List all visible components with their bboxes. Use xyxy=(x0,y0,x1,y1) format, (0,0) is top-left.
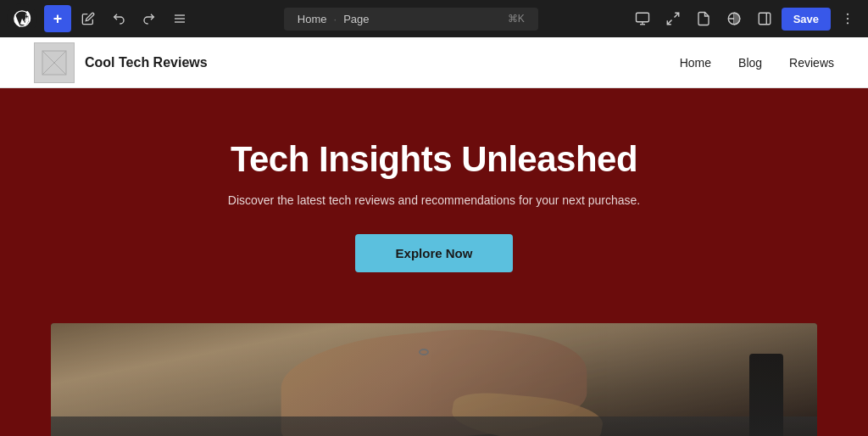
url-page-label: Home xyxy=(298,13,327,25)
svg-line-8 xyxy=(667,20,671,25)
wordpress-logo[interactable] xyxy=(7,3,37,34)
toolbar-right: Save xyxy=(629,5,861,32)
nav-reviews[interactable]: Reviews xyxy=(789,56,834,70)
undo-button[interactable] xyxy=(105,5,132,32)
fullscreen-button[interactable] xyxy=(659,5,687,32)
site-logo-area: Cool Tech Reviews xyxy=(34,42,208,83)
site-nav: Home Blog Reviews xyxy=(680,56,834,70)
url-shortcut: ⌘K xyxy=(508,13,525,25)
photo-overlay xyxy=(51,323,817,436)
document-overview-button[interactable] xyxy=(690,5,717,32)
svg-point-12 xyxy=(847,14,849,15)
list-view-button[interactable] xyxy=(166,5,193,32)
url-type-label: Page xyxy=(343,13,369,25)
site-logo xyxy=(34,42,75,83)
add-block-button[interactable]: + xyxy=(44,5,71,32)
site-header: Cool Tech Reviews Home Blog Reviews xyxy=(0,37,868,88)
hero-title: Tech Insights Unleashed xyxy=(34,139,834,180)
redo-button[interactable] xyxy=(136,5,163,32)
svg-rect-10 xyxy=(759,13,771,25)
edit-mode-button[interactable] xyxy=(75,5,102,32)
site-name: Cool Tech Reviews xyxy=(85,55,208,70)
url-separator: · xyxy=(334,13,337,25)
nav-blog[interactable]: Blog xyxy=(738,56,762,70)
svg-point-13 xyxy=(847,18,849,20)
hero-image xyxy=(51,323,817,436)
svg-line-7 xyxy=(674,13,678,17)
more-options-button[interactable] xyxy=(834,5,861,32)
toolbar: + Home · Page ⌘K Save xyxy=(0,0,868,37)
save-button[interactable]: Save xyxy=(782,8,831,31)
explore-now-button[interactable]: Explore Now xyxy=(355,234,514,272)
photo-background xyxy=(51,323,817,436)
hero-section: Tech Insights Unleashed Discover the lat… xyxy=(0,88,868,306)
svg-rect-4 xyxy=(636,13,648,22)
url-bar-area: Home · Page ⌘K xyxy=(197,8,626,31)
url-bar[interactable]: Home · Page ⌘K xyxy=(284,8,538,31)
sidebar-toggle-button[interactable] xyxy=(751,5,778,32)
desktop-view-button[interactable] xyxy=(629,5,656,32)
style-button[interactable] xyxy=(721,5,748,32)
hero-subtitle: Discover the latest tech reviews and rec… xyxy=(34,193,834,207)
nav-home[interactable]: Home xyxy=(680,56,711,70)
svg-point-14 xyxy=(847,22,849,24)
photo-section xyxy=(0,306,868,436)
